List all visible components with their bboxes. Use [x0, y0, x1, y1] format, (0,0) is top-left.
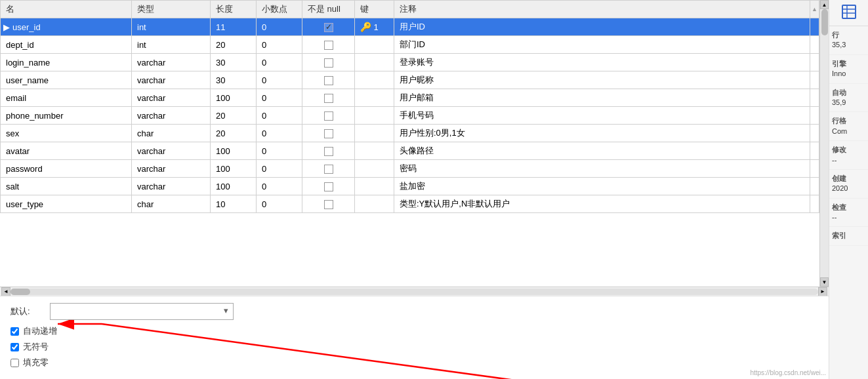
cell-notnull[interactable] — [302, 54, 355, 71]
cell-decimal: 0 — [257, 54, 302, 71]
cell-comment: 类型:Y默认用户,N非默认用户 — [394, 195, 810, 213]
cell-notnull[interactable] — [302, 142, 355, 160]
cell-decimal: 0 — [257, 178, 302, 195]
sidebar-section-value: 35,9 — [832, 98, 865, 108]
cell-length: 20 — [211, 107, 257, 125]
sidebar-section: 行35,3 — [829, 26, 868, 55]
cell-type: varchar — [132, 178, 211, 195]
sidebar-section-value: -- — [832, 155, 865, 165]
row-scroll-cell — [810, 89, 819, 107]
sidebar-section: 修改-- — [829, 141, 868, 170]
cell-decimal: 0 — [257, 160, 302, 178]
sidebar-section-value: 2020 — [832, 184, 865, 193]
row-scroll-cell — [810, 36, 819, 54]
scroll-up-button[interactable]: ▲ — [820, 0, 829, 9]
default-select-wrapper[interactable] — [50, 303, 234, 320]
table-row[interactable]: avatarvarchar1000头像路径 — [1, 142, 819, 160]
cell-length: 100 — [211, 89, 257, 107]
cell-notnull[interactable] — [302, 89, 355, 107]
cell-type: varchar — [132, 89, 211, 107]
cell-key — [355, 36, 394, 54]
cell-key — [355, 160, 394, 178]
sidebar-top-icon[interactable] — [829, 0, 868, 26]
default-select[interactable] — [50, 303, 234, 320]
cell-key — [355, 142, 394, 160]
table-row[interactable]: passwordvarchar1000密码 — [1, 160, 819, 178]
table-row[interactable]: user_typechar100类型:Y默认用户,N非默认用户 — [1, 195, 819, 213]
table-row[interactable]: sexchar200用户性别:0男,1女 — [1, 125, 819, 142]
table-row[interactable]: phone_numbervarchar200手机号码 — [1, 107, 819, 125]
cell-length: 20 — [211, 125, 257, 142]
col-header-length: 长度 — [211, 1, 257, 18]
cell-length: 100 — [211, 142, 257, 160]
sidebar-section-value: 35,3 — [832, 40, 865, 50]
h-scroll-thumb[interactable] — [10, 289, 30, 295]
cell-length: 100 — [211, 160, 257, 178]
cell-comment: 用户昵称 — [394, 71, 810, 89]
cell-key — [355, 195, 394, 213]
sidebar-sections: 行35,3引擎Inno自动35,9行格Com修改--创建2020检查--索引 — [829, 26, 868, 246]
cell-notnull[interactable] — [302, 18, 355, 36]
cell-name: sex — [6, 129, 19, 138]
svg-rect-3 — [842, 5, 856, 18]
cell-type: varchar — [132, 142, 211, 160]
cell-comment: 密码 — [394, 160, 810, 178]
cell-notnull[interactable] — [302, 178, 355, 195]
zerofill-checkbox[interactable] — [10, 359, 19, 367]
default-row: 默认: — [10, 303, 818, 320]
scroll-right-button[interactable]: ► — [818, 287, 827, 296]
table-row[interactable]: login_namevarchar300登录账号 — [1, 54, 819, 71]
col-header-type: 类型 — [132, 1, 211, 18]
cell-length: 11 — [211, 18, 257, 36]
cell-key — [355, 54, 394, 71]
sidebar-section: 索引 — [829, 227, 868, 245]
cell-notnull[interactable] — [302, 71, 355, 89]
cell-notnull[interactable] — [302, 36, 355, 54]
table-row[interactable]: user_namevarchar300用户昵称 — [1, 71, 819, 89]
cell-name: email — [6, 93, 26, 103]
row-scroll-cell — [810, 18, 819, 36]
cell-name: dept_id — [6, 40, 34, 50]
auto-increment-label: 自动递增 — [23, 325, 57, 337]
sidebar-section: 自动35,9 — [829, 84, 868, 113]
auto-increment-checkbox[interactable] — [10, 327, 19, 336]
table-row[interactable]: saltvarchar1000盐加密 — [1, 178, 819, 195]
cell-name: user_id — [12, 22, 41, 32]
horizontal-scrollbar[interactable]: ◄ ► — [0, 287, 829, 296]
cell-comment: 盐加密 — [394, 178, 810, 195]
cell-notnull[interactable] — [302, 195, 355, 213]
sidebar-section-label: 索引 — [832, 231, 865, 241]
cell-notnull[interactable] — [302, 107, 355, 125]
table-row[interactable]: dept_idint200部门ID — [1, 36, 819, 54]
scroll-down-button[interactable]: ▼ — [820, 277, 829, 287]
scroll-thumb[interactable] — [821, 9, 828, 35]
key-icon: 🔑 — [360, 22, 371, 32]
unsigned-checkbox[interactable] — [10, 343, 19, 351]
cell-decimal: 0 — [257, 142, 302, 160]
auto-increment-row: 自动递增 — [10, 325, 818, 337]
table-row[interactable]: emailvarchar1000用户邮箱 — [1, 89, 819, 107]
sidebar-section-label: 修改 — [832, 145, 865, 155]
default-label: 默认: — [10, 306, 50, 317]
cell-key — [355, 125, 394, 142]
cell-notnull[interactable] — [302, 125, 355, 142]
cell-name: salt — [6, 182, 19, 191]
cell-comment: 登录账号 — [394, 54, 810, 71]
h-scroll-track — [10, 289, 818, 295]
cell-type: int — [132, 18, 211, 36]
col-header-decimal: 小数点 — [257, 1, 302, 18]
sidebar-section-value: Inno — [832, 69, 865, 79]
table-row[interactable]: ▶user_idint110🔑 1用户ID — [1, 18, 819, 36]
sidebar-section-label: 创建 — [832, 174, 865, 184]
cell-length: 10 — [211, 195, 257, 213]
cell-name: avatar — [6, 146, 30, 156]
scroll-left-button[interactable]: ◄ — [1, 287, 10, 296]
col-header-comment: 注释 — [394, 1, 810, 18]
cell-type: int — [132, 36, 211, 54]
scroll-track — [820, 9, 829, 277]
cell-length: 20 — [211, 36, 257, 54]
vertical-scrollbar[interactable]: ▲ ▼ — [819, 0, 829, 287]
cell-notnull[interactable] — [302, 160, 355, 178]
row-scroll-cell — [810, 178, 819, 195]
row-scroll-cell — [810, 160, 819, 178]
